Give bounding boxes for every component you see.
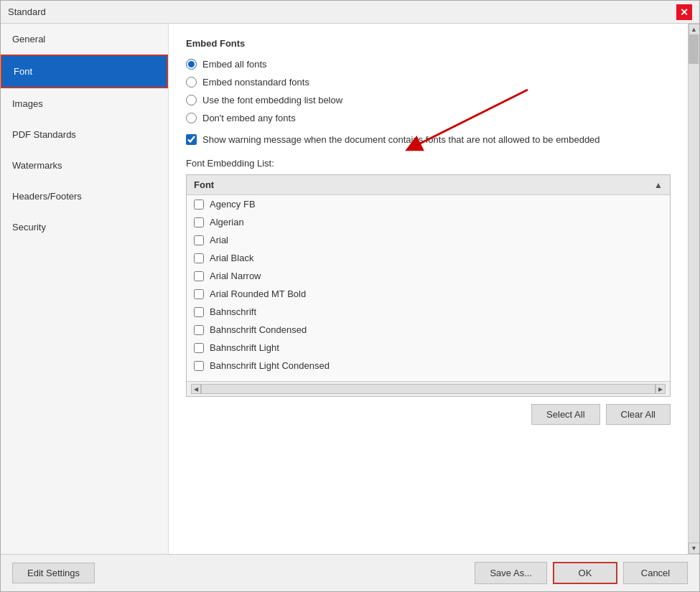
scrollbar-track[interactable] xyxy=(689,35,699,542)
font-list-label: Font Embedding List: xyxy=(186,158,671,169)
scrollbar-thumb[interactable] xyxy=(689,35,699,64)
font-list-scroll[interactable]: Agency FB Algerian Arial Arial Black xyxy=(187,195,670,381)
font-list-bottom: ◀ ▶ xyxy=(187,381,670,396)
font-list-header: Font ▲ xyxy=(187,175,670,195)
dialog-title: Standard xyxy=(8,6,46,17)
list-item[interactable]: Bahnschrift Light xyxy=(187,339,670,357)
right-scrollbar: ▲ ▼ xyxy=(688,24,699,554)
sidebar-item-security[interactable]: Security xyxy=(1,212,168,243)
sidebar-item-font[interactable]: Font xyxy=(1,55,168,88)
edit-settings-button[interactable]: Edit Settings xyxy=(12,563,95,583)
sidebar-item-watermarks[interactable]: Watermarks xyxy=(1,150,168,181)
ok-button[interactable]: OK xyxy=(553,562,617,584)
horizontal-scrollbar[interactable] xyxy=(201,384,655,394)
save-as-button[interactable]: Save As... xyxy=(475,562,547,584)
footer-left: Edit Settings xyxy=(12,563,469,583)
list-item[interactable]: Bahnschrift Condensed xyxy=(187,321,670,339)
radio-dont-embed[interactable]: Don't embed any fonts xyxy=(186,113,671,123)
list-action-buttons: Select All Clear All xyxy=(186,404,671,425)
radio-embed-nonstandard[interactable]: Embed nonstandard fonts xyxy=(186,77,671,88)
list-item[interactable]: Arial Black xyxy=(187,249,670,267)
sidebar-item-general[interactable]: General xyxy=(1,24,168,55)
scroll-up-arrow[interactable]: ▲ xyxy=(689,24,700,35)
font-list-scrollup-icon[interactable]: ▲ xyxy=(654,180,663,190)
list-item[interactable]: Arial Narrow xyxy=(187,267,670,285)
sidebar-item-images[interactable]: Images xyxy=(1,88,168,119)
cancel-button[interactable]: Cancel xyxy=(623,562,688,584)
list-item[interactable]: Bahnschrift xyxy=(187,303,670,321)
embed-fonts-radio-group: Embed all fonts Embed nonstandard fonts … xyxy=(186,59,671,123)
footer-right: Save As... OK Cancel xyxy=(475,562,688,584)
list-item[interactable]: Bahnschrift Light Condensed xyxy=(187,357,670,375)
section-title: Embed Fonts xyxy=(186,38,671,49)
list-item[interactable]: Arial Rounded MT Bold xyxy=(187,285,670,303)
list-item[interactable]: Algerian xyxy=(187,213,670,231)
scroll-down-arrow[interactable]: ▼ xyxy=(689,542,700,554)
dialog: Standard ✕ General Font Images PDF Stand… xyxy=(0,0,700,592)
list-item[interactable]: Arial xyxy=(187,231,670,249)
sidebar: General Font Images PDF Standards Waterm… xyxy=(1,24,169,554)
font-list-container: Font ▲ Agency FB Algerian Arial xyxy=(186,174,671,397)
scroll-left-icon[interactable]: ◀ xyxy=(191,384,201,394)
sidebar-item-headers-footers[interactable]: Headers/Footers xyxy=(1,181,168,212)
sidebar-item-pdf-standards[interactable]: PDF Standards xyxy=(1,119,168,150)
select-all-button[interactable]: Select All xyxy=(531,404,599,425)
scroll-right-icon[interactable]: ▶ xyxy=(655,384,666,394)
list-item[interactable]: Agency FB xyxy=(187,195,670,213)
content-area: Embed Fonts Embed all fonts Embed nonsta… xyxy=(169,24,688,554)
warning-checkbox[interactable] xyxy=(186,134,197,145)
main-content: General Font Images PDF Standards Waterm… xyxy=(1,24,699,554)
footer: Edit Settings Save As... OK Cancel xyxy=(1,554,699,591)
radio-embed-all[interactable]: Embed all fonts xyxy=(186,59,671,70)
radio-use-list[interactable]: Use the font embedding list below xyxy=(186,95,671,105)
warning-checkbox-item: Show warning message when the document c… xyxy=(186,133,671,146)
clear-all-button[interactable]: Clear All xyxy=(606,404,671,425)
title-bar: Standard ✕ xyxy=(1,1,699,24)
close-button[interactable]: ✕ xyxy=(676,4,692,20)
